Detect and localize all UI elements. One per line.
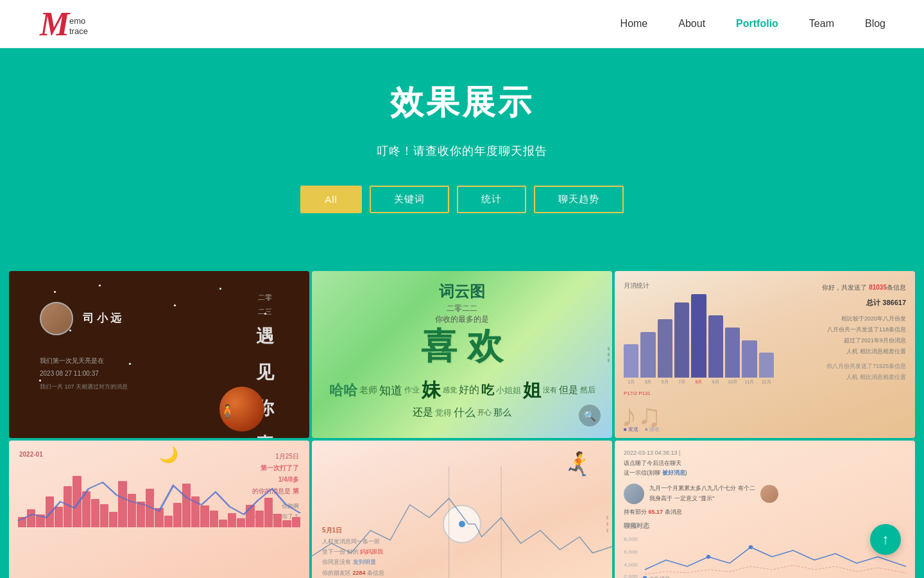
navbar: M emo trace Home About Portfolio Team Bl… bbox=[0, 0, 924, 48]
portfolio-grid: 司 小 远 二零 二三 遇见你真好 未眠人 我们第一次见天亮是在 2023 08… bbox=[0, 252, 924, 578]
nav-item-home[interactable]: Home bbox=[620, 18, 648, 30]
filter-stats[interactable]: 统计 bbox=[457, 186, 526, 213]
card3-legend: ■ 发送 ■ 接收 bbox=[624, 426, 906, 433]
svg-text:M: M bbox=[39, 6, 71, 42]
nav-link-home[interactable]: Home bbox=[620, 18, 648, 29]
card6-count-text: 持有部分 65.17 条消息 bbox=[624, 508, 906, 516]
card4-date: 2022-01 bbox=[19, 451, 43, 458]
filter-trend[interactable]: 聊天趋势 bbox=[534, 186, 624, 213]
svg-text:2,000: 2,000 bbox=[624, 573, 638, 578]
nav-item-blog[interactable]: Blog bbox=[865, 18, 886, 30]
card6-inner: 2022-03-13 04:36:13 | 该点睡了今后活在聊天 这一示信(别聊… bbox=[615, 441, 915, 578]
hero-subtitle: 叮咚！请查收你的年度聊天报告 bbox=[13, 143, 911, 159]
svg-text:8,000: 8,000 bbox=[624, 536, 638, 542]
card6-chart-svg: 8,000 6,000 4,000 2,000 大力 消息 bbox=[624, 534, 906, 578]
card6-section-title: 聊频时态 bbox=[624, 521, 906, 530]
card6-timestamp: 2022-03-13 04:36:13 | bbox=[624, 450, 906, 456]
filter-all[interactable]: All bbox=[300, 186, 362, 213]
svg-text:emo: emo bbox=[69, 16, 85, 26]
card1-subtext: 我们第一次见天亮是在 2023 08 27 11:00:37 我们一共 107 … bbox=[40, 355, 128, 393]
portfolio-item-2[interactable]: 词云图 二零二二 你收的最多的是 喜 欢 哈哈 老师 知道 作业 妹 感觉 好的… bbox=[312, 271, 612, 438]
fab-up-button[interactable]: ↑ bbox=[870, 524, 901, 555]
svg-text:trace: trace bbox=[69, 26, 88, 36]
portfolio-item-1[interactable]: 司 小 远 二零 二三 遇见你真好 未眠人 我们第一次见天亮是在 2023 08… bbox=[9, 271, 309, 438]
nav-item-team[interactable]: Team bbox=[809, 18, 834, 30]
card6-msg-text: 该点睡了今后活在聊天 这一示信(别聊 被好消息) bbox=[624, 459, 906, 478]
card3-stats-text: 你好，共发送了 81035条信息 总计 386617 相比较于2020年八月份发… bbox=[822, 281, 906, 383]
card2-word-cloud: 哈哈 老师 知道 作业 妹 感觉 好的 吃 小姐姐 姐 没有 但是 然后 还是 … bbox=[312, 371, 612, 419]
card2-header: 词云图 二零二二 你收的最多的是 bbox=[312, 281, 612, 325]
card5-text: 5月1日 人权发消息同一条一班 坐下一份 好的 妈妈跟我 你同意没有 发到明显 … bbox=[322, 525, 384, 578]
nav-item-portfolio[interactable]: Portfolio bbox=[736, 18, 778, 30]
card1-name: 司 小 远 bbox=[83, 311, 121, 326]
card4-moon-icon: 🌙 bbox=[159, 446, 178, 464]
filter-keywords[interactable]: 关键词 bbox=[370, 186, 449, 213]
portfolio-item-4[interactable]: 1月25日 第一次打了了 1/4/8多 的你的消息是 第 你跑啊 总 天为什么了… bbox=[9, 441, 309, 578]
card1-figure: 🧍 bbox=[219, 403, 235, 419]
nav-links: Home About Portfolio Team Blog bbox=[620, 18, 886, 30]
card6-avatar-row: 九月一个月累累太多八九几个七分 有个二 我身高于 一定意义 "显示" bbox=[624, 484, 906, 504]
portfolio-item-3[interactable]: ♪♫ 你好，共发送了 81035条信息 总计 386617 相比较于2020年八… bbox=[615, 271, 915, 438]
card2-search-icon[interactable]: 🔍 bbox=[579, 405, 601, 426]
nav-link-blog[interactable]: Blog bbox=[865, 18, 886, 29]
svg-point-10 bbox=[749, 545, 753, 549]
hero-section: 效果展示 叮咚！请查收你的年度聊天报告 All 关键词 统计 聊天趋势 bbox=[0, 48, 924, 252]
card2-big-word: 喜 欢 bbox=[421, 322, 503, 371]
card1-avatar bbox=[40, 302, 73, 335]
svg-text:4,000: 4,000 bbox=[624, 561, 638, 568]
svg-text:大力 消息: 大力 消息 bbox=[649, 575, 669, 578]
nav-link-portfolio[interactable]: Portfolio bbox=[736, 18, 778, 29]
svg-text:6,000: 6,000 bbox=[624, 548, 638, 555]
portfolio-item-5[interactable]: 🏃 5月1日 人权发消息同一条一班 坐下一份 好的 妈妈跟我 你同意没有 发到明… bbox=[312, 441, 612, 578]
svg-point-11 bbox=[643, 576, 647, 578]
logo[interactable]: M emo trace bbox=[38, 4, 116, 43]
card4-chart bbox=[18, 476, 300, 553]
card2-scroll bbox=[608, 347, 610, 362]
svg-point-9 bbox=[706, 555, 711, 559]
nav-link-about[interactable]: About bbox=[678, 18, 705, 29]
nav-item-about[interactable]: About bbox=[678, 18, 705, 30]
filter-buttons: All 关键词 统计 聊天趋势 bbox=[13, 186, 911, 213]
hero-title: 效果展示 bbox=[13, 80, 911, 125]
portfolio-item-6[interactable]: 2022-03-13 04:36:13 | 该点睡了今后活在聊天 这一示信(别聊… bbox=[615, 441, 915, 578]
nav-link-team[interactable]: Team bbox=[809, 18, 834, 29]
card3-bar-chart: 月消统计 1月 3月 5月 7月 8月 9月 10月 bbox=[624, 281, 774, 425]
